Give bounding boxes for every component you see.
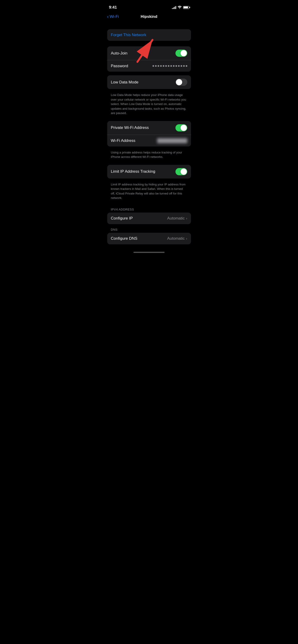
configure-dns-row[interactable]: Configure DNS Automatic › — [107, 233, 191, 244]
chevron-right-icon-dns: › — [186, 237, 187, 240]
battery-icon — [183, 6, 189, 9]
limit-ip-row: Limit IP Address Tracking — [107, 165, 191, 178]
low-data-label: Low Data Mode — [111, 80, 139, 84]
limit-ip-label: Limit IP Address Tracking — [111, 169, 155, 174]
status-bar: 9:41 — [104, 0, 195, 12]
configure-ip-value: Automatic › — [167, 216, 187, 221]
configure-ip-row[interactable]: Configure IP Automatic › — [107, 212, 191, 224]
low-data-row: Low Data Mode — [107, 75, 191, 89]
autojoin-toggle[interactable] — [175, 50, 187, 57]
signal-bars-icon — [172, 6, 176, 9]
svg-point-0 — [179, 8, 180, 9]
home-indicator — [104, 250, 195, 257]
wifi-address-value — [157, 138, 187, 143]
low-data-toggle[interactable] — [175, 78, 187, 86]
limit-ip-card: Limit IP Address Tracking — [107, 165, 191, 178]
nav-bar: ‹ Wi-Fi Hipskind — [104, 12, 195, 22]
ipv4-section-header: IPV4 ADDRESS — [107, 206, 191, 212]
low-data-description: Low Data Mode helps reduce your iPhone d… — [107, 91, 191, 119]
dns-section: DNS Configure DNS Automatic › — [107, 226, 191, 244]
private-wifi-toggle[interactable] — [175, 124, 187, 132]
chevron-right-icon: › — [186, 216, 187, 220]
page-title: Hipskind — [141, 14, 157, 19]
private-wifi-label: Private Wi-Fi Address — [111, 126, 149, 130]
red-arrow-icon — [130, 34, 161, 64]
limit-ip-group: Limit IP Address Tracking Limit IP addre… — [107, 165, 191, 204]
wifi-address-row: Wi-Fi Address — [107, 135, 191, 146]
configure-ip-card: Configure IP Automatic › — [107, 212, 191, 224]
low-data-card: Low Data Mode — [107, 75, 191, 89]
password-label: Password — [111, 64, 128, 68]
limit-ip-toggle[interactable] — [175, 168, 187, 175]
private-wifi-group: Private Wi-Fi Address Wi-Fi Address Usin… — [107, 121, 191, 163]
password-dots — [152, 65, 187, 67]
wifi-icon — [178, 6, 182, 10]
private-wifi-row: Private Wi-Fi Address — [107, 121, 191, 135]
back-button[interactable]: ‹ Wi-Fi — [107, 14, 119, 19]
ipv4-section: IPV4 ADDRESS Configure IP Automatic › — [107, 206, 191, 224]
content: Forget This Network Auto-Join Password — [104, 22, 195, 250]
back-label: Wi-Fi — [110, 14, 119, 19]
private-address-description: Using a private address helps reduce tra… — [107, 148, 191, 163]
status-time: 9:41 — [109, 5, 117, 10]
wifi-address-label: Wi-Fi Address — [111, 138, 136, 143]
status-icons — [172, 6, 189, 10]
dns-section-header: DNS — [107, 226, 191, 233]
limit-ip-description: Limit IP address tracking by hiding your… — [107, 180, 191, 204]
chevron-left-icon: ‹ — [107, 14, 109, 19]
low-data-group: Low Data Mode Low Data Mode helps reduce… — [107, 75, 191, 119]
configure-ip-label: Configure IP — [111, 216, 133, 221]
autojoin-label: Auto-Join — [111, 51, 128, 56]
configure-dns-card: Configure DNS Automatic › — [107, 233, 191, 244]
private-wifi-card: Private Wi-Fi Address Wi-Fi Address — [107, 121, 191, 146]
configure-dns-label: Configure DNS — [111, 236, 137, 241]
configure-dns-value: Automatic › — [167, 236, 187, 241]
svg-line-2 — [137, 40, 152, 62]
